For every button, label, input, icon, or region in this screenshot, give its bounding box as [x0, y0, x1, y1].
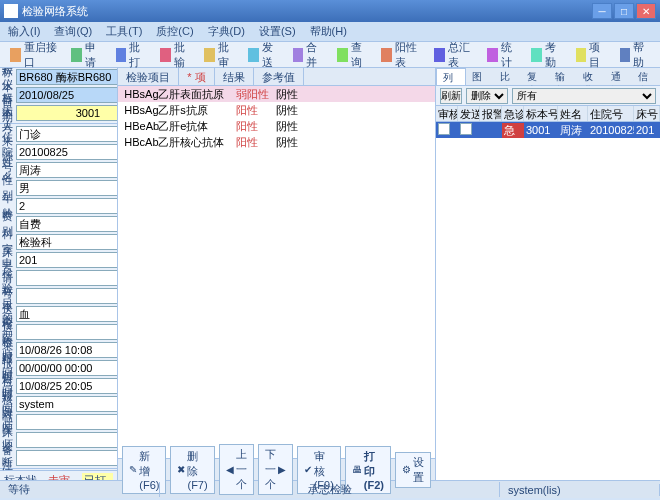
sample-no-field[interactable]: [16, 105, 118, 121]
titlebar: 检验网络系统 ─ □ ✕: [0, 0, 660, 22]
testdoc-field[interactable]: [16, 396, 118, 412]
purpose-field[interactable]: [16, 288, 118, 304]
tab-recheck[interactable]: 复查: [521, 68, 549, 85]
grid-header: 审核 发送 报警 急诊 标本号 姓名 住院号 床号: [436, 106, 660, 122]
close-button[interactable]: ✕: [636, 3, 656, 19]
tab-compare[interactable]: 比较: [494, 68, 522, 85]
del-select[interactable]: 删除: [466, 88, 508, 104]
right-tabs: 列表 图形 比较 复查 输入 收费 通讯 信息: [436, 68, 660, 86]
sampletime-field[interactable]: [16, 360, 118, 376]
status-center: 承志检验: [160, 482, 500, 497]
sex-field[interactable]: [16, 180, 118, 196]
grid-row[interactable]: 急 3001 周涛 20100825 201: [436, 122, 660, 138]
hospno-field[interactable]: [16, 144, 118, 160]
source-field[interactable]: [16, 126, 118, 142]
tab-comm[interactable]: 通讯: [605, 68, 633, 85]
status-printed: 已打印: [82, 473, 113, 480]
toolbar: 重启接口 申请 批打 批输 批审 发送 合并 查询 阳性表 总汇表 统计 考勤 …: [0, 42, 660, 68]
tab-info[interactable]: 信息: [632, 68, 660, 85]
checkdoc-field[interactable]: [16, 414, 118, 430]
senddoc-field[interactable]: [16, 324, 118, 340]
window-title: 检验网络系统: [22, 4, 88, 19]
diag-field[interactable]: [16, 432, 118, 448]
minimize-button[interactable]: ─: [592, 3, 612, 19]
tab-list[interactable]: 列表: [436, 68, 466, 85]
date-field[interactable]: [16, 87, 118, 103]
instrument-select[interactable]: [16, 69, 118, 85]
req-field[interactable]: [16, 270, 118, 286]
test-row[interactable]: HBsAg乙肝表面抗原弱阳性阴性: [118, 86, 435, 102]
type-field[interactable]: [16, 306, 118, 322]
status-right: system(lis): [500, 484, 660, 496]
statusbar: 等待 承志检验 system(lis): [0, 480, 660, 498]
test-header: 检验项目 * 项 结果 参考值: [118, 68, 435, 86]
right-panel: 列表 图形 比较 复查 输入 收费 通讯 信息 刷新 删除 所有 审核 发送 报…: [436, 68, 660, 480]
sendtime-field[interactable]: [16, 342, 118, 358]
left-panel: 检验仪器 标本日期▾ 标 本 号 病人来源 住院号 姓名 性别 年龄 费别 科室…: [0, 68, 118, 480]
test-row[interactable]: HBsAg乙肝s抗原阳性阴性: [118, 102, 435, 118]
age-field[interactable]: [16, 198, 118, 214]
refresh-button[interactable]: 刷新: [440, 88, 462, 104]
tab-chart[interactable]: 图形: [466, 68, 494, 85]
dept-field[interactable]: [16, 234, 118, 250]
test-row[interactable]: HBeAb乙肝e抗体阳性阴性: [118, 118, 435, 134]
test-row[interactable]: HBcAb乙肝核心抗体阳性阴性: [118, 134, 435, 150]
review-checkbox[interactable]: [438, 123, 450, 135]
fee-field[interactable]: [16, 216, 118, 232]
bottom-toolbar: ✎新增(F6) ✖删除(F7) ◀上一个 下一个▶ ✔审核(F9) 🖶打印(F2…: [118, 458, 435, 480]
send-checkbox[interactable]: [460, 123, 472, 135]
bed-field[interactable]: [16, 252, 118, 268]
app-icon: [4, 4, 18, 18]
maximize-button[interactable]: □: [614, 3, 634, 19]
name-field[interactable]: [16, 162, 118, 178]
filter-select[interactable]: 所有: [512, 88, 656, 104]
tab-input[interactable]: 输入: [549, 68, 577, 85]
reporttime-field[interactable]: [16, 378, 118, 394]
center-panel: 检验项目 * 项 结果 参考值 HBsAg乙肝表面抗原弱阳性阴性HBsAg乙肝s…: [118, 68, 436, 480]
note-field[interactable]: [16, 450, 118, 466]
status-unreviewed: 未审核: [48, 473, 75, 480]
status-left: 等待: [0, 482, 160, 497]
tab-fee[interactable]: 收费: [577, 68, 605, 85]
